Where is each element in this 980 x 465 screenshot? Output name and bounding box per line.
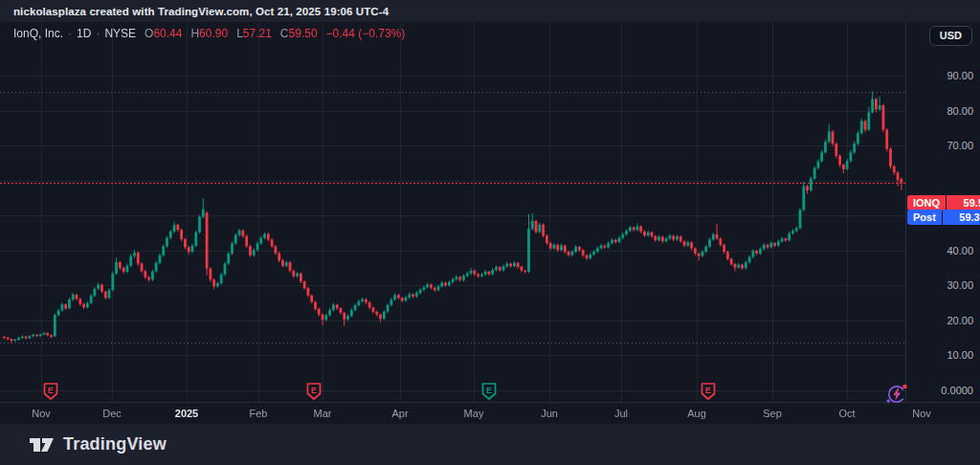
svg-text:E: E [486,386,492,395]
svg-text:E: E [705,386,711,395]
ohlc-prefix: O [145,27,153,40]
candlestick-canvas[interactable] [0,22,905,424]
tradingview-logo[interactable]: TradingView [29,434,167,455]
ohlc-value: 60.44 [153,27,182,40]
currency-button[interactable]: USD [929,26,972,46]
last-price-tag-symbol: IONQ [907,195,946,210]
earnings-badge[interactable]: E [701,382,717,405]
time-axis-label[interactable]: Jun [541,408,558,419]
time-axis-label[interactable]: 2025 [175,408,198,419]
ohlc-prefix: C [280,27,289,40]
earnings-badge[interactable]: E [481,382,498,405]
legend-separator-2: · [96,27,100,40]
last-price-tag: IONQ 59.50 [907,195,980,210]
time-axis-label[interactable]: Nov [912,408,931,419]
price-axis-label[interactable]: 0.0000 [941,385,973,396]
time-axis[interactable]: NovDec2025FebMarAprMayJunJulAugSepOctNov [0,402,980,425]
time-axis-label[interactable]: Nov [32,408,51,419]
price-axis-label[interactable]: 10.00 [947,349,973,361]
ohlc-prefix: H [190,27,199,40]
time-axis-label[interactable]: Apr [391,408,408,419]
symbol-legend[interactable]: IonQ, Inc.·1D·NYSEO60.44H60.90L57.21C59.… [13,27,405,40]
change-value: −0.44 (−0.73%) [326,27,406,40]
svg-text:E: E [48,386,54,395]
time-axis-label[interactable]: May [464,408,484,419]
time-axis-label[interactable]: Oct [838,408,855,419]
attribution-bar: nickolasplaza created with TradingView.c… [0,0,980,22]
interval-label[interactable]: 1D [77,27,91,40]
ohlc-value: 59.50 [289,27,318,40]
time-axis-label[interactable]: Dec [102,408,122,419]
symbol-name[interactable]: IonQ, Inc. [13,27,63,40]
ohlc-value: 60.90 [199,27,228,40]
time-axis-label[interactable]: Mar [314,408,332,419]
ohlc-values: O60.44H60.90L57.21C59.50 [136,27,318,40]
flash-promo-icon[interactable] [884,382,909,409]
exchange-label: NYSE [104,27,136,40]
post-market-tag: Post 59.30 [907,210,980,225]
price-axis-label[interactable]: 90.00 [947,70,973,81]
legend-separator-1: · [68,27,72,40]
time-axis-label[interactable]: Sep [763,408,782,419]
chart-area[interactable]: IonQ, Inc.·1D·NYSEO60.44H60.90L57.21C59.… [0,22,980,424]
time-axis-label[interactable]: Aug [687,408,706,419]
post-market-tag-value: 59.30 [943,210,980,225]
ohlc-prefix: L [236,27,243,40]
earnings-badge[interactable]: E [43,382,59,405]
price-axis-label[interactable]: 20.00 [947,315,973,326]
post-market-tag-label: Post [907,210,942,225]
attribution-text: nickolasplaza created with TradingView.c… [0,6,389,17]
price-axis-label[interactable]: 70.00 [947,140,973,151]
ohlc-value: 57.21 [243,27,272,40]
tradingview-logo-text: TradingView [63,434,167,454]
time-axis-label[interactable]: Jul [614,408,628,419]
price-axis-label[interactable]: 40.00 [947,245,973,256]
footer-bar: TradingView [0,424,980,465]
svg-text:E: E [311,386,317,395]
time-axis-label[interactable]: Feb [250,408,268,419]
last-price-tag-value: 59.50 [947,195,980,210]
price-axis-label[interactable]: 80.00 [947,105,973,117]
tradingview-logo-icon [29,434,55,455]
price-axis-label[interactable]: 30.00 [947,279,973,291]
earnings-badge[interactable]: E [306,382,323,405]
